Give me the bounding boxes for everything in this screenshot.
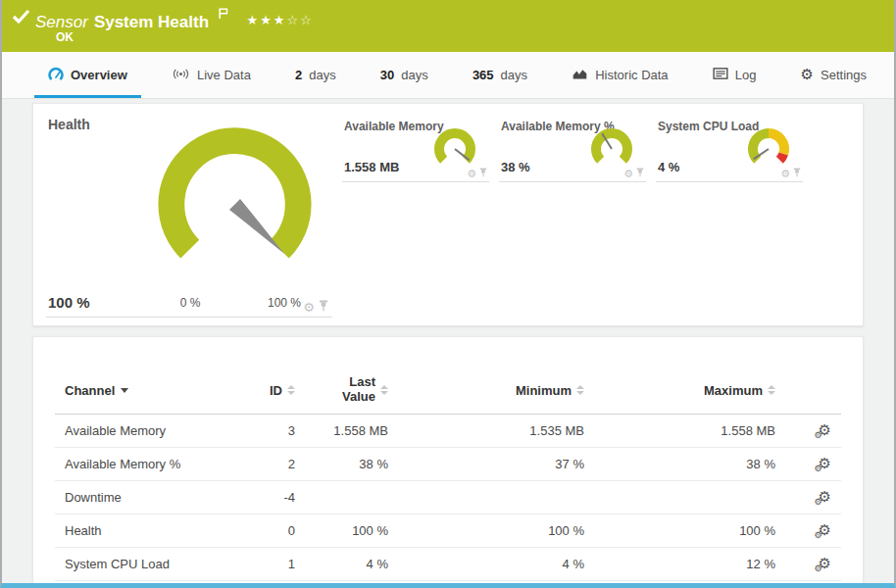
overview-panel: Health 0 % 100 % 100 % ⚙ Available Memor…	[32, 103, 864, 326]
sort-icon	[768, 385, 775, 395]
tab-log-label: Log	[735, 68, 757, 82]
tab-bar: Overview Live Data 2 days 30 days 365 da…	[2, 52, 894, 99]
broadcast-icon	[172, 68, 190, 83]
sensor-status-bar: SensorSystem Health ★★★☆☆ OK	[2, 0, 894, 52]
gauge-value: 38 %	[501, 160, 530, 174]
area-chart-icon	[572, 68, 588, 83]
column-header-id[interactable]: ID	[241, 383, 295, 398]
pin-icon[interactable]	[793, 168, 801, 179]
pin-icon[interactable]	[479, 168, 487, 179]
tab-overview-label: Overview	[71, 68, 127, 82]
channel-settings-icon[interactable]: ⚙⚙	[819, 557, 831, 571]
channel-table: Channel ID Last Value Minimum Maximum Av…	[55, 370, 841, 581]
widget-title: Health	[48, 117, 90, 132]
channel-name: System CPU Load	[55, 557, 241, 571]
channel-settings-icon[interactable]: ⚙⚙	[819, 457, 831, 471]
widget-title: Available Memory	[344, 120, 444, 133]
column-header-channel[interactable]: Channel	[55, 383, 241, 398]
channel-last-value: 38 %	[295, 457, 388, 471]
stars-empty: ☆☆	[286, 13, 313, 27]
tab-log[interactable]: Log	[699, 52, 771, 98]
channel-minimum: 1.535 MB	[388, 423, 584, 438]
tab-30-days-label: days	[401, 68, 427, 82]
table-row[interactable]: Available Memory 3 1.558 MB 1.535 MB 1.5…	[55, 415, 841, 448]
channel-table-panel: Channel ID Last Value Minimum Maximum Av…	[32, 336, 864, 588]
available-memory-widget: Available Memory 1.558 MB ⚙	[342, 112, 489, 182]
page-title: System Health	[94, 13, 209, 31]
available-memory-gauge	[430, 124, 479, 170]
tab-settings-label: Settings	[821, 68, 867, 82]
table-row[interactable]: Available Memory % 2 38 % 37 % 38 % ⚙⚙	[55, 448, 841, 481]
object-type-label: Sensor	[35, 13, 88, 31]
channel-minimum: 100 %	[388, 523, 584, 538]
column-header-last-value[interactable]: Last Value	[295, 375, 388, 405]
stars-filled: ★★★	[247, 13, 287, 27]
widget-gear-icon[interactable]: ⚙	[467, 169, 476, 179]
channel-minimum: 37 %	[388, 457, 584, 471]
tab-2-days-label: days	[309, 68, 335, 82]
channel-id: 1	[241, 557, 295, 571]
tab-2-days[interactable]: 2 days	[281, 52, 350, 98]
gauge-scale-min: 0 %	[161, 296, 220, 310]
column-header-maximum[interactable]: Maximum	[584, 383, 775, 398]
priority-stars[interactable]: ★★★☆☆	[247, 13, 314, 27]
table-row[interactable]: Health 0 100 % 100 % 100 % ⚙⚙	[55, 514, 841, 548]
channel-settings-icon[interactable]: ⚙⚙	[819, 423, 831, 438]
channel-maximum: 38 %	[584, 457, 775, 471]
channel-settings-icon[interactable]: ⚙⚙	[819, 490, 831, 505]
health-gauge	[144, 114, 325, 280]
channel-name: Available Memory %	[55, 457, 241, 471]
sensor-title: SensorSystem Health ★★★☆☆	[35, 5, 314, 32]
tab-overview[interactable]: Overview	[34, 52, 141, 98]
health-gauge-widget: Health 0 % 100 % 100 % ⚙	[46, 112, 332, 318]
table-row[interactable]: Downtime -4 ⚙⚙	[55, 481, 841, 514]
gauge-value: 1.558 MB	[344, 160, 399, 174]
channel-last-value: 4 %	[295, 557, 388, 571]
channel-last-value: 1.558 MB	[295, 423, 388, 438]
tab-historic-data[interactable]: Historic Data	[558, 52, 681, 98]
channel-maximum: 12 %	[584, 557, 775, 571]
tab-settings[interactable]: ⚙ Settings	[787, 52, 880, 98]
channel-minimum: 4 %	[388, 557, 584, 571]
tab-365-days-number: 365	[473, 68, 494, 82]
pin-icon[interactable]	[636, 168, 644, 179]
channel-id: -4	[241, 490, 295, 505]
system-cpu-load-gauge	[744, 124, 793, 170]
tab-365-days-label: days	[501, 68, 527, 82]
available-memory-pct-widget: Available Memory % 38 % ⚙	[499, 112, 646, 182]
flag-icon	[214, 5, 232, 24]
channel-name: Available Memory	[55, 423, 241, 438]
prtg-sensor-window: SensorSystem Health ★★★☆☆ OK Overview Li…	[0, 0, 896, 588]
gear-icon: ⚙	[801, 68, 814, 82]
pin-icon[interactable]	[319, 300, 328, 314]
channel-maximum: 100 %	[584, 523, 775, 538]
log-list-icon	[713, 68, 728, 82]
sort-icon	[576, 385, 584, 395]
tab-historic-data-label: Historic Data	[595, 68, 668, 82]
system-cpu-load-widget: System CPU Load 4 % ⚙	[656, 112, 803, 182]
channel-name: Health	[55, 523, 241, 538]
channel-id: 3	[241, 423, 295, 438]
sort-desc-icon	[121, 388, 128, 393]
tab-live-data-label: Live Data	[197, 68, 251, 82]
tab-30-days[interactable]: 30 days	[367, 52, 442, 98]
tab-365-days[interactable]: 365 days	[459, 52, 541, 98]
widget-gear-icon[interactable]: ⚙	[623, 169, 633, 179]
table-header-row: Channel ID Last Value Minimum Maximum	[55, 370, 841, 415]
column-header-minimum[interactable]: Minimum	[388, 383, 584, 398]
tab-30-days-number: 30	[380, 68, 394, 82]
sort-icon	[287, 385, 295, 395]
channel-settings-icon[interactable]: ⚙⚙	[819, 523, 831, 538]
widget-gear-icon[interactable]: ⚙	[303, 301, 315, 314]
gauge-icon	[48, 67, 64, 83]
table-row[interactable]: System CPU Load 1 4 % 4 % 12 % ⚙⚙	[55, 548, 841, 581]
channel-maximum: 1.558 MB	[584, 423, 775, 438]
channel-id: 0	[241, 523, 295, 538]
tab-live-data[interactable]: Live Data	[158, 52, 265, 98]
widget-gear-icon[interactable]: ⚙	[780, 169, 790, 179]
sort-icon	[380, 385, 388, 395]
tab-2-days-number: 2	[295, 68, 302, 82]
status-badge: OK	[56, 30, 74, 44]
gauge-value: 100 %	[48, 294, 90, 311]
channel-id: 2	[241, 457, 295, 471]
